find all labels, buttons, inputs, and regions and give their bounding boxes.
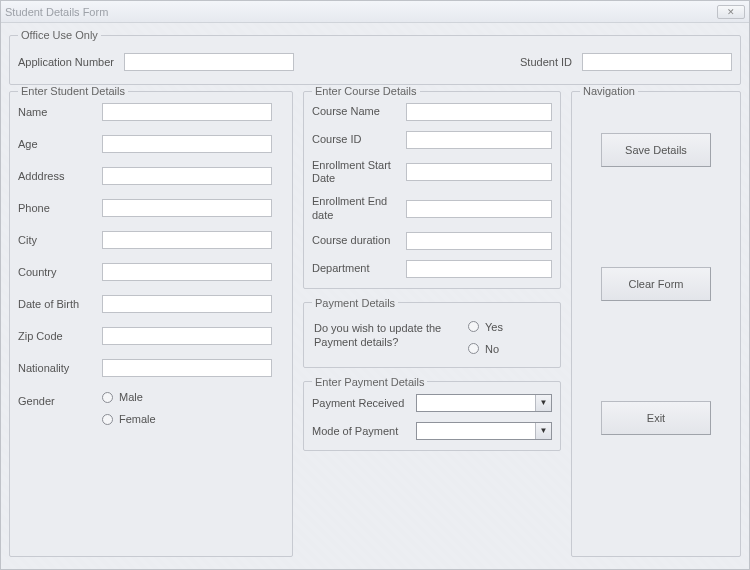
exit-button[interactable]: Exit: [601, 401, 711, 435]
application-number-input[interactable]: [124, 53, 294, 71]
gender-female-label: Female: [119, 413, 156, 425]
window-title: Student Details Form: [5, 6, 717, 18]
phone-label: Phone: [18, 202, 102, 214]
age-label: Age: [18, 138, 102, 150]
city-input[interactable]: [102, 231, 272, 249]
student-id-label: Student ID: [520, 56, 572, 68]
course-details-legend: Enter Course Details: [312, 85, 420, 97]
zip-label: Zip Code: [18, 330, 102, 342]
payment-question-legend: Payment Details: [312, 297, 398, 309]
clear-button[interactable]: Clear Form: [601, 267, 711, 301]
navigation-legend: Navigation: [580, 85, 638, 97]
radio-icon: [468, 343, 479, 354]
payment-question-text: Do you wish to update the Payment detail…: [314, 321, 454, 350]
payment-no-radio[interactable]: No: [468, 343, 503, 355]
zip-input[interactable]: [102, 327, 272, 345]
address-input[interactable]: [102, 167, 272, 185]
window-close-button[interactable]: ✕: [717, 5, 745, 19]
radio-icon: [102, 392, 113, 403]
titlebar: Student Details Form ✕: [1, 1, 749, 23]
country-label: Country: [18, 266, 102, 278]
name-label: Name: [18, 106, 102, 118]
payment-yes-label: Yes: [485, 321, 503, 333]
student-details-legend: Enter Student Details: [18, 85, 128, 97]
department-input[interactable]: [406, 260, 552, 278]
gender-male-label: Male: [119, 391, 143, 403]
dob-label: Date of Birth: [18, 298, 102, 310]
client-area: Office Use Only Application Number Stude…: [1, 23, 749, 569]
address-label: Adddress: [18, 170, 102, 182]
payment-yes-radio[interactable]: Yes: [468, 321, 503, 333]
gender-female-radio[interactable]: Female: [102, 413, 156, 425]
chevron-down-icon: ▼: [535, 423, 551, 439]
gender-label: Gender: [18, 391, 102, 425]
course-id-label: Course ID: [312, 133, 406, 146]
payment-received-dropdown[interactable]: ▼: [416, 394, 552, 412]
city-label: City: [18, 234, 102, 246]
enroll-end-label: Enrollment End date: [312, 195, 406, 221]
dob-input[interactable]: [102, 295, 272, 313]
student-id-input[interactable]: [582, 53, 732, 71]
chevron-down-icon: ▼: [535, 395, 551, 411]
payment-question-group: Payment Details Do you wish to update th…: [303, 297, 561, 368]
country-input[interactable]: [102, 263, 272, 281]
radio-icon: [468, 321, 479, 332]
department-label: Department: [312, 262, 406, 275]
mode-of-payment-dropdown[interactable]: ▼: [416, 422, 552, 440]
payment-received-label: Payment Received: [312, 397, 416, 409]
payment-details-legend: Enter Payment Details: [312, 376, 427, 388]
name-input[interactable]: [102, 103, 272, 121]
office-use-group: Office Use Only Application Number Stude…: [9, 29, 741, 85]
navigation-group: Navigation Save Details Clear Form Exit: [571, 85, 741, 557]
nationality-label: Nationality: [18, 362, 102, 374]
course-details-group: Enter Course Details Course Name Course …: [303, 85, 561, 289]
mode-of-payment-label: Mode of Payment: [312, 425, 416, 437]
payment-no-label: No: [485, 343, 499, 355]
window-frame: Student Details Form ✕ Office Use Only A…: [0, 0, 750, 570]
enroll-start-input[interactable]: [406, 163, 552, 181]
save-button[interactable]: Save Details: [601, 133, 711, 167]
age-input[interactable]: [102, 135, 272, 153]
course-name-input[interactable]: [406, 103, 552, 121]
gender-male-radio[interactable]: Male: [102, 391, 156, 403]
course-duration-input[interactable]: [406, 232, 552, 250]
radio-icon: [102, 414, 113, 425]
close-icon: ✕: [727, 7, 735, 17]
payment-details-group: Enter Payment Details Payment Received ▼…: [303, 376, 561, 451]
application-number-label: Application Number: [18, 56, 114, 68]
course-duration-label: Course duration: [312, 234, 406, 247]
course-id-input[interactable]: [406, 131, 552, 149]
phone-input[interactable]: [102, 199, 272, 217]
enroll-end-input[interactable]: [406, 200, 552, 218]
office-use-legend: Office Use Only: [18, 29, 101, 41]
enroll-start-label: Enrollment Start Date: [312, 159, 406, 185]
nationality-input[interactable]: [102, 359, 272, 377]
course-name-label: Course Name: [312, 105, 406, 118]
student-details-group: Enter Student Details Name Age Adddress: [9, 85, 293, 557]
